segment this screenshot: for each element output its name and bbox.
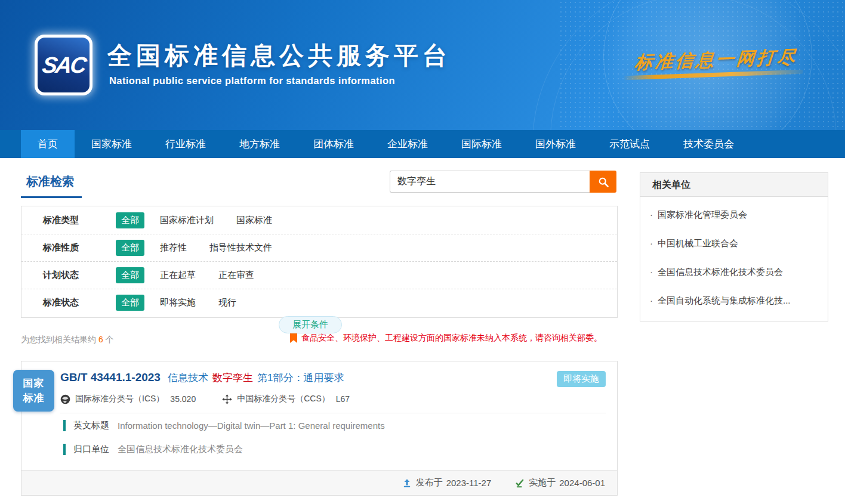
card-divider <box>60 413 606 413</box>
standard-code: GB/T 43441.1-2023 <box>60 371 161 384</box>
site-title: 全国标准信息公共服务平台 <box>107 39 451 72</box>
field-label: 归口单位 <box>73 444 109 455</box>
filter-option[interactable]: 现行 <box>218 297 236 308</box>
sac-logo-inner: SAC <box>38 38 90 92</box>
search-input[interactable] <box>390 171 590 193</box>
nav-tab-industry-standards[interactable]: 行业标准 <box>149 130 223 158</box>
title-segment: 信息技术 <box>168 372 208 384</box>
badge-line-1: 国家 <box>23 376 45 391</box>
site-subtitle: National public service platform for sta… <box>109 75 395 86</box>
ics-classification: 国际标准分类号（ICS） 35.020 <box>60 394 196 404</box>
ccs-label: 中国标准分类号（CCS） <box>237 394 330 404</box>
ccs-classification: 中国标准分类号（CCS） L67 <box>222 394 350 404</box>
result-count-prefix: 为您找到相关结果约 <box>21 335 96 344</box>
committee-field: 归口单位 全国信息技术标准化技术委员会 <box>63 444 243 455</box>
field-bar-decoration <box>63 420 66 431</box>
title-segment: 第1部分：通用要求 <box>257 372 344 384</box>
badge-line-2: 标准 <box>23 391 45 406</box>
sidebar-item-it-standards-committee[interactable]: 全国信息技术标准化技术委员会 <box>640 258 828 286</box>
nav-tab-pilot-programs[interactable]: 示范试点 <box>593 130 667 158</box>
field-bar-decoration <box>63 444 66 455</box>
implement-check-icon <box>515 478 525 488</box>
standard-title-link[interactable]: GB/T 43441.1-2023信息技术数字孪生第1部分：通用要求 <box>60 371 344 385</box>
search-section-title[interactable]: 标准检索 <box>26 174 74 190</box>
filter-panel: 标准类型 全部 国家标准计划 国家标准 标准性质 全部 推荐性 指导性技术文件 … <box>21 206 618 318</box>
filter-row-standard-status: 标准状态 全部 即将实施 现行 <box>21 289 617 316</box>
result-count: 为您找到相关结果约6个 <box>21 335 114 345</box>
filter-option[interactable]: 推荐性 <box>160 242 187 253</box>
published-date-group: 发布于 2023-11-27 <box>402 477 492 488</box>
published-date: 2023-11-27 <box>446 478 492 488</box>
filter-option[interactable]: 正在起草 <box>160 270 196 281</box>
nav-tab-group-standards[interactable]: 团体标准 <box>297 130 371 158</box>
sidebar-item-machinery-federation[interactable]: 中国机械工业联合会 <box>640 229 828 258</box>
sidebar-item-automation-committee[interactable]: 全国自动化系统与集成标准化技... <box>640 286 828 315</box>
status-badge: 即将实施 <box>557 371 606 387</box>
filter-label: 标准类型 <box>43 215 116 226</box>
site-header: SAC 全国标准信息公共服务平台 National public service… <box>0 0 845 130</box>
implemented-date: 2024-06-01 <box>559 478 605 488</box>
filter-all-button[interactable]: 全部 <box>116 212 144 228</box>
ics-value: 35.020 <box>170 394 196 404</box>
page: SAC 全国标准信息公共服务平台 National public service… <box>0 0 845 504</box>
standard-result-card: 国家 标准 GB/T 43441.1-2023信息技术数字孪生第1部分：通用要求… <box>21 361 618 496</box>
magnifier-icon <box>597 176 609 188</box>
filter-option[interactable]: 即将实施 <box>160 297 196 308</box>
filter-option[interactable]: 国家标准 <box>236 215 272 226</box>
sidebar-item-sac[interactable]: 国家标准化管理委员会 <box>640 200 828 229</box>
compass-move-icon <box>222 394 232 404</box>
standard-type-badge: 国家 标准 <box>13 370 54 412</box>
card-footer: 发布于 2023-11-27 实施于 2024-06-01 <box>21 470 617 495</box>
publish-upload-icon <box>402 478 412 488</box>
field-value: Information technology—Digital twin—Part… <box>118 420 385 431</box>
expand-conditions-button[interactable]: 展开条件 <box>279 316 342 333</box>
ics-label: 国际标准分类号（ICS） <box>75 394 164 404</box>
result-count-number: 6 <box>98 335 103 344</box>
filter-row-plan-status: 计划状态 全部 正在起草 正在审查 <box>21 261 617 289</box>
filter-option[interactable]: 正在审查 <box>218 270 254 281</box>
nav-tab-enterprise-standards[interactable]: 企业标准 <box>371 130 445 158</box>
filter-row-standard-type: 标准类型 全部 国家标准计划 国家标准 <box>21 206 617 234</box>
filter-all-button[interactable]: 全部 <box>116 267 144 283</box>
nav-tab-national-standards[interactable]: 国家标准 <box>75 130 149 158</box>
filter-all-button[interactable]: 全部 <box>116 295 144 311</box>
sac-logo-text: SAC <box>41 52 87 78</box>
published-label: 发布于 <box>416 477 443 488</box>
search-button[interactable] <box>590 171 616 193</box>
nav-tab-home[interactable]: 首页 <box>21 130 75 158</box>
section-title-underline <box>21 196 82 198</box>
filter-row-standard-nature: 标准性质 全部 推荐性 指导性技术文件 <box>21 234 617 261</box>
nav-tab-local-standards[interactable]: 地方标准 <box>223 130 297 158</box>
filter-label: 标准状态 <box>43 297 116 308</box>
globe-icon <box>60 394 70 404</box>
english-title-field: 英文标题 Information technology—Digital twin… <box>63 420 385 431</box>
field-label: 英文标题 <box>73 420 109 431</box>
filter-option[interactable]: 国家标准计划 <box>160 215 214 226</box>
bookmark-icon <box>290 333 297 343</box>
nav-tab-international-standards[interactable]: 国际标准 <box>445 130 519 158</box>
sidebar-list: 国家标准化管理委员会 中国机械工业联合会 全国信息技术标准化技术委员会 全国自动… <box>640 197 828 321</box>
filter-label: 计划状态 <box>43 270 116 281</box>
classification-row: 国际标准分类号（ICS） 35.020 <box>60 394 376 404</box>
implemented-label: 实施于 <box>529 477 556 488</box>
related-organizations-panel: 相关单位 国家标准化管理委员会 中国机械工业联合会 全国信息技术标准化技术委员会… <box>640 172 828 321</box>
sac-logo[interactable]: SAC <box>35 35 92 95</box>
implemented-date-group: 实施于 2024-06-01 <box>515 477 605 488</box>
filter-option[interactable]: 指导性技术文件 <box>209 242 272 253</box>
search-box <box>390 171 616 193</box>
result-count-suffix: 个 <box>106 335 114 344</box>
notice-text: 食品安全、环境保护、工程建设方面的国家标准未纳入本系统，请咨询相关部委。 <box>301 333 602 344</box>
title-highlight: 数字孪生 <box>212 372 253 384</box>
main-nav: 首页 国家标准 行业标准 地方标准 团体标准 企业标准 国际标准 国外标准 示范… <box>0 130 845 158</box>
filter-all-button[interactable]: 全部 <box>116 240 144 256</box>
field-value: 全国信息技术标准化技术委员会 <box>118 444 243 455</box>
nav-tab-technical-committees[interactable]: 技术委员会 <box>667 130 751 158</box>
system-notice: 食品安全、环境保护、工程建设方面的国家标准未纳入本系统，请咨询相关部委。 <box>290 333 602 344</box>
nav-tab-foreign-standards[interactable]: 国外标准 <box>519 130 593 158</box>
ccs-value: L67 <box>336 394 350 404</box>
filter-label: 标准性质 <box>43 242 116 253</box>
sidebar-title: 相关单位 <box>640 173 828 197</box>
